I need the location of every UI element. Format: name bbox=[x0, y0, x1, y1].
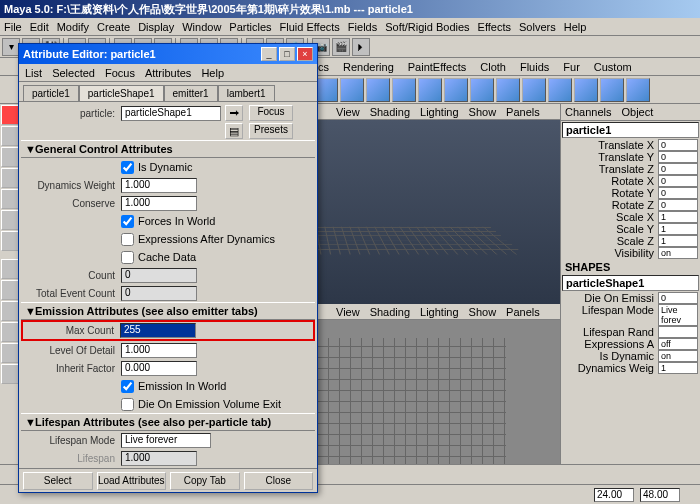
max-count-field[interactable]: 255 bbox=[120, 323, 196, 338]
die-volume-checkbox[interactable] bbox=[121, 398, 134, 411]
vp-menu-view[interactable]: View bbox=[336, 106, 360, 118]
shelf-button[interactable] bbox=[392, 78, 416, 102]
cache-checkbox[interactable] bbox=[121, 251, 134, 264]
vp-menu-lighting[interactable]: Lighting bbox=[420, 306, 459, 318]
shape-name[interactable]: particleShape1 bbox=[562, 275, 699, 291]
node-name[interactable]: particle1 bbox=[562, 122, 699, 138]
ae-node-tabs[interactable]: particle1 particleShape1 emitter1 lamber… bbox=[19, 82, 317, 102]
channel-value[interactable]: 0 bbox=[658, 151, 698, 163]
shelf-button[interactable] bbox=[418, 78, 442, 102]
shelf-tab[interactable]: cs bbox=[318, 61, 329, 73]
vp-menu-panels[interactable]: Panels bbox=[506, 106, 540, 118]
channel-value[interactable]: 0 bbox=[658, 292, 698, 304]
presets-button[interactable]: Presets bbox=[249, 123, 293, 139]
menu-effects[interactable]: Effects bbox=[478, 21, 511, 33]
channel-value[interactable]: 0 bbox=[658, 139, 698, 151]
conserve-field[interactable]: 1.000 bbox=[121, 196, 197, 211]
general-section-header[interactable]: ▼General Control Attributes bbox=[21, 140, 315, 158]
shelf-tab[interactable]: Cloth bbox=[480, 61, 506, 73]
channel-value[interactable]: 1 bbox=[658, 211, 698, 223]
ae-titlebar[interactable]: Attribute Editor: particle1 _ □ × bbox=[19, 44, 317, 64]
channel-value[interactable]: 0 bbox=[658, 199, 698, 211]
ae-menu-list[interactable]: List bbox=[25, 67, 42, 79]
load-attributes-button[interactable]: Load Attributes bbox=[97, 472, 167, 490]
close-icon[interactable]: × bbox=[297, 47, 313, 61]
menu-file[interactable]: File bbox=[4, 21, 22, 33]
shelf-tab[interactable]: PaintEffects bbox=[408, 61, 467, 73]
select-button[interactable]: Select bbox=[23, 472, 93, 490]
shelf-button[interactable] bbox=[574, 78, 598, 102]
lod-field[interactable]: 1.000 bbox=[121, 343, 197, 358]
channel-value[interactable]: on bbox=[658, 350, 698, 362]
focus-button[interactable]: Focus bbox=[249, 105, 293, 121]
ae-menu-help[interactable]: Help bbox=[201, 67, 224, 79]
menu-fluids[interactable]: Fluid Effects bbox=[280, 21, 340, 33]
menu-create[interactable]: Create bbox=[97, 21, 130, 33]
lifespan-mode-select[interactable]: Live forever bbox=[121, 433, 211, 448]
copy-tab-button[interactable]: Copy Tab bbox=[170, 472, 240, 490]
shelf-tab[interactable]: Rendering bbox=[343, 61, 394, 73]
vp-menu-shading[interactable]: Shading bbox=[370, 306, 410, 318]
vp-menu-show[interactable]: Show bbox=[469, 306, 497, 318]
vp-menu-panels[interactable]: Panels bbox=[506, 306, 540, 318]
maximize-icon[interactable]: □ bbox=[279, 47, 295, 61]
menu-particles[interactable]: Particles bbox=[229, 21, 271, 33]
ae-menu-focus[interactable]: Focus bbox=[105, 67, 135, 79]
dynamics-weight-field[interactable]: 1.000 bbox=[121, 178, 197, 193]
menu-fields[interactable]: Fields bbox=[348, 21, 377, 33]
menu-edit[interactable]: Edit bbox=[30, 21, 49, 33]
range-end-field[interactable]: 48.00 bbox=[640, 488, 680, 502]
channel-value[interactable]: 1 bbox=[658, 235, 698, 247]
close-button[interactable]: Close bbox=[244, 472, 314, 490]
ae-menu-attributes[interactable]: Attributes bbox=[145, 67, 191, 79]
minimize-icon[interactable]: _ bbox=[261, 47, 277, 61]
is-dynamic-checkbox[interactable] bbox=[121, 161, 134, 174]
channel-value[interactable]: 0 bbox=[658, 187, 698, 199]
go-icon[interactable]: ⮕ bbox=[225, 105, 243, 121]
expr-after-checkbox[interactable] bbox=[121, 233, 134, 246]
channel-value[interactable]: Live forev bbox=[658, 304, 698, 326]
channels-tab[interactable]: Channels bbox=[565, 106, 611, 118]
ae-tab[interactable]: emitter1 bbox=[164, 85, 218, 101]
range-start-field[interactable]: 24.00 bbox=[594, 488, 634, 502]
menu-help[interactable]: Help bbox=[564, 21, 587, 33]
ae-tab[interactable]: particleShape1 bbox=[79, 85, 164, 101]
shelf-button[interactable] bbox=[626, 78, 650, 102]
menu-solvers[interactable]: Solvers bbox=[519, 21, 556, 33]
toolbar-button[interactable]: 🎬 bbox=[332, 38, 350, 56]
menu-modify[interactable]: Modify bbox=[57, 21, 89, 33]
vp-menu-view[interactable]: View bbox=[336, 306, 360, 318]
emission-section-header[interactable]: ▼Emission Attributes (see also emitter t… bbox=[21, 302, 315, 320]
presets-icon[interactable]: ▤ bbox=[225, 123, 243, 139]
inherit-factor-field[interactable]: 0.000 bbox=[121, 361, 197, 376]
channel-value[interactable]: 1 bbox=[658, 223, 698, 235]
object-tab[interactable]: Object bbox=[621, 106, 653, 118]
channel-value[interactable]: 0 bbox=[658, 163, 698, 175]
lifespan-section-header[interactable]: ▼Lifespan Attributes (see also per-parti… bbox=[21, 413, 315, 431]
emission-world-checkbox[interactable] bbox=[121, 380, 134, 393]
shelf-button[interactable] bbox=[548, 78, 572, 102]
ae-menu-selected[interactable]: Selected bbox=[52, 67, 95, 79]
node-name-field[interactable]: particleShape1 bbox=[121, 106, 221, 121]
shelf-tab[interactable]: Fluids bbox=[520, 61, 549, 73]
shelf-button[interactable] bbox=[522, 78, 546, 102]
forces-world-checkbox[interactable] bbox=[121, 215, 134, 228]
shelf-tab[interactable]: Fur bbox=[563, 61, 580, 73]
toolbar-button[interactable]: ⏵ bbox=[352, 38, 370, 56]
ae-menubar[interactable]: List Selected Focus Attributes Help bbox=[19, 64, 317, 82]
vp-menu-lighting[interactable]: Lighting bbox=[420, 106, 459, 118]
main-menubar[interactable]: File Edit Modify Create Display Window P… bbox=[0, 18, 700, 36]
shelf-tab[interactable]: Custom bbox=[594, 61, 632, 73]
shelf-button[interactable] bbox=[444, 78, 468, 102]
channel-value[interactable]: 1 bbox=[658, 362, 698, 374]
ae-tab[interactable]: particle1 bbox=[23, 85, 79, 101]
channel-value[interactable]: on bbox=[658, 247, 698, 259]
channel-value[interactable]: 0 bbox=[658, 175, 698, 187]
menu-softrigid[interactable]: Soft/Rigid Bodies bbox=[385, 21, 469, 33]
shelf-button[interactable] bbox=[340, 78, 364, 102]
menu-display[interactable]: Display bbox=[138, 21, 174, 33]
shelf-button[interactable] bbox=[600, 78, 624, 102]
ae-tab[interactable]: lambert1 bbox=[218, 85, 275, 101]
shelf-button[interactable] bbox=[496, 78, 520, 102]
shelf-button[interactable] bbox=[366, 78, 390, 102]
